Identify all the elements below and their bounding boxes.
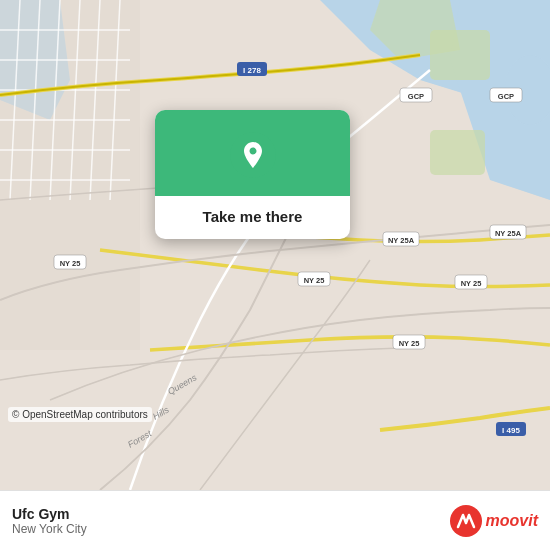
svg-text:NY 25: NY 25 (399, 339, 420, 348)
take-me-there-button[interactable]: Take me there (165, 208, 340, 225)
osm-attribution: © OpenStreetMap contributors (8, 407, 152, 422)
bottom-bar: Ufc Gym New York City moovit (0, 490, 550, 550)
moovit-text: moovit (486, 512, 538, 530)
location-pin-icon (230, 132, 276, 178)
svg-text:NY 25: NY 25 (60, 259, 81, 268)
location-city: New York City (12, 522, 87, 536)
svg-rect-6 (430, 130, 485, 175)
moovit-logo[interactable]: moovit (450, 505, 538, 537)
svg-text:NY 25A: NY 25A (495, 229, 522, 238)
location-name: Ufc Gym (12, 506, 87, 522)
card-label-section: Take me there (155, 196, 350, 239)
map-container: I 278 I 495 NY 25 NY 25A NY 25 NY 25A (0, 0, 550, 490)
location-info: Ufc Gym New York City (12, 506, 87, 536)
svg-text:I 495: I 495 (502, 426, 520, 435)
svg-text:NY 25: NY 25 (304, 276, 325, 285)
svg-text:NY 25: NY 25 (461, 279, 482, 288)
svg-text:GCP: GCP (498, 92, 514, 101)
svg-rect-8 (0, 0, 140, 350)
svg-text:GCP: GCP (408, 92, 424, 101)
attribution-text: © OpenStreetMap contributors (12, 409, 148, 420)
card-header (155, 110, 350, 196)
location-card: Take me there (155, 110, 350, 239)
svg-text:I 278: I 278 (243, 66, 261, 75)
moovit-icon (450, 505, 482, 537)
svg-text:NY 25A: NY 25A (388, 236, 415, 245)
